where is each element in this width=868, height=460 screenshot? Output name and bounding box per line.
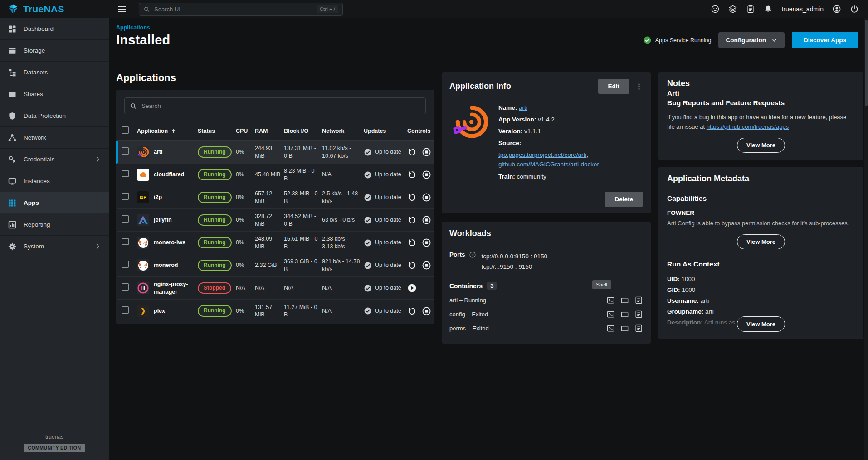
configuration-button[interactable]: Configuration (718, 32, 784, 48)
sidebar-item-shares[interactable]: Shares (0, 83, 109, 105)
table-row-arti[interactable]: arti Running 0% 244.93 MiB 137.31 MiB - … (116, 141, 434, 164)
row-checkbox[interactable] (122, 147, 129, 155)
uid-value: 1000 (682, 276, 695, 282)
stop-button[interactable] (422, 215, 431, 225)
stop-button[interactable] (422, 147, 431, 157)
breadcrumb[interactable]: Applications (116, 24, 858, 31)
stacked-layers-icon[interactable] (728, 5, 737, 14)
sidebar-item-dashboard[interactable]: Dashboard (0, 18, 109, 40)
stop-button[interactable] (422, 261, 431, 270)
apps-search-input[interactable] (141, 102, 420, 109)
row-checkbox[interactable] (122, 170, 129, 177)
block-io-value: N/A (284, 282, 322, 294)
logged-in-username[interactable]: truenas_admin (781, 5, 824, 13)
logs-icon[interactable] (634, 296, 643, 305)
capabilities-view-more-button[interactable]: View More (737, 234, 785, 249)
menu-toggle-icon[interactable] (117, 4, 127, 14)
sidebar-item-instances[interactable]: Instances (0, 170, 109, 192)
column-block-io[interactable]: Block I/O (284, 125, 322, 137)
feedback-smiley-icon[interactable] (711, 5, 720, 14)
help-icon[interactable]: ? (469, 251, 476, 272)
block-io-value: 137.31 MiB - 0 B (284, 142, 322, 162)
logs-icon[interactable] (634, 324, 643, 333)
block-io-value: 11.27 MiB - 0 B (284, 301, 322, 321)
alerts-bell-icon[interactable] (764, 5, 773, 14)
table-row-monerod[interactable]: monerod Running 0% 2.32 GiB 369.3 GiB - … (116, 254, 434, 277)
stop-button[interactable] (422, 238, 431, 247)
column-updates[interactable]: Updates (364, 125, 407, 137)
table-row-i2p[interactable]: I2P i2p Running 0% 657.12 MiB 52.38 MiB … (116, 186, 434, 209)
apps-search[interactable] (124, 97, 426, 114)
sidebar-item-system[interactable]: System (0, 236, 109, 257)
page-scrollbar[interactable] (864, 18, 868, 460)
issues-link[interactable]: https://github.com/truenas/apps (707, 123, 789, 130)
row-checkbox[interactable] (122, 283, 129, 291)
table-row-cloudflared[interactable]: cloudflared Running 0% 45.48 MiB 8.23 Mi… (116, 164, 434, 186)
column-status[interactable]: Status (198, 125, 236, 137)
notes-card: Notes Arti Bug Reports and Feature Reque… (658, 72, 863, 160)
kebab-menu-icon[interactable] (635, 82, 643, 91)
delete-button[interactable]: Delete (605, 192, 643, 207)
restart-button[interactable] (407, 215, 417, 225)
notes-view-more-button[interactable]: View More (737, 138, 785, 153)
global-search-input[interactable] (154, 6, 312, 13)
table-row-nginx-proxy-manager[interactable]: nginx-proxy-manager Stopped N/A N/A N/A … (116, 277, 434, 300)
logs-icon[interactable] (634, 310, 643, 319)
volumes-folder-icon[interactable] (620, 310, 629, 319)
app-info-source-label-row: Source: (498, 137, 643, 149)
sidebar-item-network[interactable]: Network (0, 127, 109, 149)
shell-icon[interactable] (606, 324, 615, 333)
user-avatar-icon[interactable] (832, 5, 841, 14)
sidebar-item-storage[interactable]: Storage (0, 40, 109, 62)
volumes-folder-icon[interactable] (620, 324, 629, 333)
sidebar-item-data-protection[interactable]: Data Protection (0, 105, 109, 127)
volumes-folder-icon[interactable] (620, 296, 629, 305)
row-checkbox[interactable] (122, 306, 129, 314)
sidebar-item-datasets[interactable]: Datasets (0, 62, 109, 83)
jobs-clipboard-icon[interactable] (746, 5, 755, 14)
global-search[interactable]: Ctrl + / (139, 3, 343, 16)
truenas-logo[interactable]: TrueNAS (0, 3, 109, 15)
restart-button[interactable] (407, 193, 417, 202)
page-title: Installed (116, 33, 170, 48)
app-version-value: v1.4.2 (538, 116, 555, 123)
source-link-github[interactable]: github.com/MAGICGrants/arti-docker (498, 161, 599, 168)
source-link-torproject[interactable]: tpo.pages.torproject.net/core/arti (498, 151, 586, 158)
sidebar-label: Instances (24, 178, 50, 184)
page-scrollbar-thumb[interactable] (865, 20, 868, 106)
status-badge: Running (198, 260, 232, 271)
app-name-link[interactable]: arti (519, 104, 527, 111)
row-checkbox[interactable] (122, 215, 129, 223)
restart-button[interactable] (407, 261, 417, 270)
discover-apps-button[interactable]: Discover Apps (792, 32, 858, 48)
column-application[interactable]: Application (137, 125, 198, 137)
start-button[interactable] (407, 283, 417, 293)
table-row-monero-lws[interactable]: monero-lws Running 0% 248.09 MiB 16.61 M… (116, 232, 434, 254)
stop-button[interactable] (422, 193, 431, 202)
network-nodes-icon (8, 133, 17, 142)
restart-button[interactable] (407, 170, 417, 179)
table-row-jellyfin[interactable]: jellyfin Running 0% 328.72 MiB 344.52 Mi… (116, 209, 434, 232)
shell-icon[interactable] (606, 310, 615, 319)
shell-icon[interactable] (606, 296, 615, 305)
edit-button[interactable]: Edit (598, 79, 630, 94)
restart-button[interactable] (407, 147, 417, 157)
restart-button[interactable] (407, 238, 417, 247)
stop-button[interactable] (422, 170, 431, 179)
restart-button[interactable] (407, 306, 417, 316)
power-icon[interactable] (850, 5, 859, 14)
stop-button[interactable] (422, 306, 431, 316)
row-checkbox[interactable] (122, 193, 129, 200)
sidebar-item-credentials[interactable]: Credentials (0, 149, 109, 170)
sidebar-item-reporting[interactable]: Reporting (0, 214, 109, 236)
updates-value: Up to date (375, 216, 401, 223)
row-checkbox[interactable] (122, 261, 129, 268)
table-row-plex[interactable]: plex Running 0% 131.57 MiB 11.27 MiB - 0… (116, 300, 434, 322)
column-ram[interactable]: RAM (255, 125, 284, 137)
column-cpu[interactable]: CPU (236, 125, 255, 137)
select-all-checkbox[interactable] (122, 126, 129, 134)
column-network[interactable]: Network (322, 125, 364, 137)
sidebar-item-apps[interactable]: Apps (0, 192, 109, 214)
row-checkbox[interactable] (122, 238, 129, 245)
run-as-view-more-button[interactable]: View More (737, 316, 785, 332)
